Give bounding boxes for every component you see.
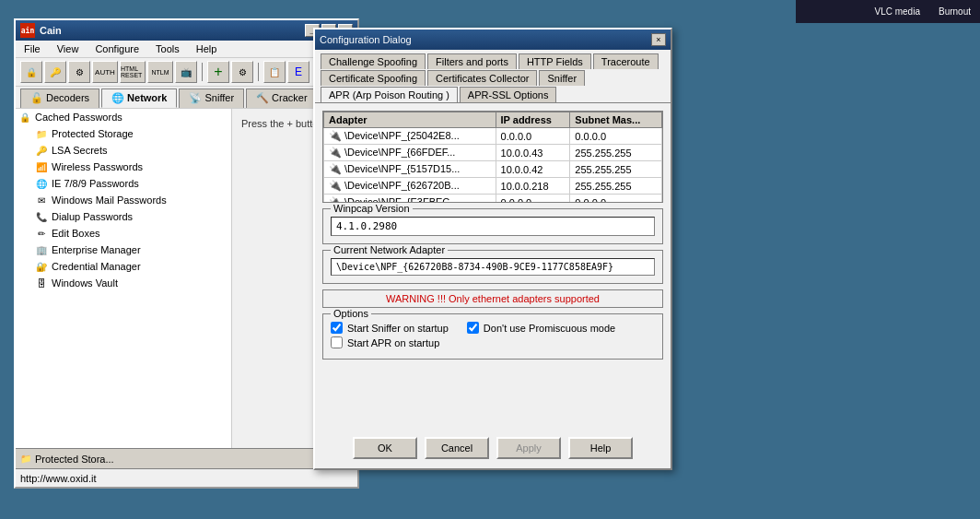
tree-item-windows-vault[interactable]: 🗄 Windows Vault [16,275,231,291]
apr-startup-label: Start APR on startup [347,337,439,348]
sniffer-startup-checkbox[interactable] [331,322,343,334]
winpcap-label: Winpcap Version [331,203,413,214]
toolbar-separator-2 [258,63,259,81]
cancel-button[interactable]: Cancel [425,437,489,459]
mail-passwords-icon: ✉ [34,193,49,207]
toolbar-btn-auth[interactable]: AUTH [92,61,118,83]
tree-item-protected-storage[interactable]: 📁 Protected Storage [16,125,231,142]
tab-apr-ssl[interactable]: APR-SSL Options [460,87,557,102]
status-url: http://www.oxid.it [20,473,97,484]
mask-cell: 0.0.0.0 [570,128,662,145]
tab-challenge-spoofing[interactable]: Challenge Spoofing [321,53,426,69]
adapter-cell: 🔌\Device\NPF_{66FDEF... [324,145,496,161]
mask-cell: 255.255.255 [570,161,662,178]
tab-traceroute[interactable]: Traceroute [593,53,659,69]
menu-bar: File View Configure Tools Help [16,41,357,58]
tab-certificate-spoofing[interactable]: Certificate Spoofing [321,70,426,86]
lsa-secrets-icon: 🔑 [34,143,49,158]
mask-col-header: Subnet Mas... [570,112,662,128]
toolbar-btn-screen[interactable]: 📺 [175,61,197,83]
tools-menu[interactable]: Tools [152,42,183,55]
warning-bar: WARNING !!! Only ethernet adapters suppo… [322,289,663,308]
status-bar: http://www.oxid.it [16,468,357,487]
tab-sniffer[interactable]: Sniffer [539,70,585,86]
tray-label: Protected Stora... [35,454,114,465]
toolbar-btn-misc[interactable]: 📋 [263,61,286,83]
config-dialog: Configuration Dialog × Challenge Spoofin… [313,28,672,470]
mask-cell: 0.0.0.0 [570,195,662,204]
tree-root-cached-passwords[interactable]: 🔒 Cached Passwords [16,109,231,125]
toolbar-btn-ntlm[interactable]: NTLM [147,61,173,83]
promiscuous-checkbox[interactable] [467,322,479,334]
ip-cell: 10.0.0.43 [496,145,570,161]
main-window: ain Cain _ □ × File View Configure Tools… [14,18,359,489]
tab-filters-ports[interactable]: Filters and ports [427,53,517,69]
table-row[interactable]: 🔌\Device\NPF_{626720B... 10.0.0.218 255.… [324,178,662,195]
tree-item-edit-boxes[interactable]: ✏ Edit Boxes [16,225,231,242]
bottom-tray: 📁 Protected Stora... [16,448,357,468]
options-group: Options Start Sniffer on startup Don't u… [322,313,663,360]
tree-item-windows-mail-passwords[interactable]: ✉ Windows Mail Passwords [16,192,231,208]
table-row[interactable]: 🔌\Device\NPF_{66FDEF... 10.0.0.43 255.25… [324,145,662,161]
apply-button[interactable]: Apply [496,437,561,459]
burnout-taskbar-item[interactable]: Burnout [939,6,971,17]
table-row[interactable]: 🔌\Device\NPF_{25042E8... 0.0.0.0 0.0.0.0 [324,128,662,145]
toolbar-btn-add[interactable]: + [207,61,229,83]
dialog-close-button[interactable]: × [651,33,666,46]
tab-certificates-collector[interactable]: Certificates Collector [427,70,537,86]
tree-item-lsa-secrets[interactable]: 🔑 LSA Secrets [16,142,231,159]
tree-item-dialup-passwords[interactable]: 📞 Dialup Passwords [16,208,231,225]
apr-startup-checkbox[interactable] [331,336,343,348]
dialup-passwords-icon: 📞 [34,209,49,224]
tab-decoders[interactable]: 🔓Decoders [20,88,99,108]
ok-button[interactable]: OK [353,437,417,459]
protected-storage-icon: 📁 [34,126,49,141]
dialog-content: Adapter IP address Subnet Mas... 🔌\Devic… [315,103,671,374]
ip-col-header: IP address [496,112,570,128]
sniffer-startup-label: Start Sniffer on startup [347,323,449,334]
windows-vault-icon: 🗄 [34,276,49,290]
app-icon: ain [20,23,35,38]
toolbar-btn-html[interactable]: HTML RESET [120,61,146,83]
configure-menu[interactable]: Configure [91,42,143,55]
tree-item-credential-manager[interactable]: 🔐 Credential Manager [16,258,231,275]
tab-http-fields[interactable]: HTTP Fields [519,53,591,69]
current-adapter-label: Current Network Adapter [331,244,448,255]
tree-item-ie-passwords[interactable]: 🌐 IE 7/8/9 Passwords [16,175,231,192]
adapter-table: Adapter IP address Subnet Mas... 🔌\Devic… [323,112,662,203]
toolbar-btn-e[interactable]: E [287,61,309,83]
help-button[interactable]: Help [568,437,633,459]
dialog-title-bar: Configuration Dialog × [315,29,671,50]
ie-passwords-icon: 🌐 [34,176,49,191]
tab-apr[interactable]: APR (Arp Poison Routing ) [321,87,458,102]
ip-cell: 0.0.0.0 [496,128,570,145]
help-menu[interactable]: Help [192,42,221,55]
toolbar-btn-2[interactable]: 🔑 [44,61,66,83]
table-row[interactable]: 🔌\Device\NPF_{5157D15... 10.0.0.42 255.2… [324,161,662,178]
adapter-cell: 🔌\Device\NPF_{5157D15... [324,161,496,178]
tree-item-wireless-passwords[interactable]: 📶 Wireless Passwords [16,159,231,175]
toolbar-btn-config[interactable]: ⚙ [231,61,253,83]
enterprise-manager-icon: 🏢 [34,242,49,257]
adapter-col-header: Adapter [324,112,496,128]
ip-cell: 10.0.0.42 [496,161,570,178]
winpcap-value: 4.1.0.2980 [331,217,655,236]
adapter-cell: 🔌\Device\NPF_{626720B... [324,178,496,195]
tray-icon: 📁 [20,454,31,464]
view-menu[interactable]: View [53,42,83,55]
tab-cracker[interactable]: 🔨Cracker [246,88,318,108]
file-menu[interactable]: File [20,42,44,55]
vlc-taskbar-item[interactable]: VLC media [875,6,920,17]
tab-sniffer[interactable]: 📡Sniffer [179,88,244,108]
adapter-table-container[interactable]: Adapter IP address Subnet Mas... 🔌\Devic… [322,111,663,203]
left-tree-panel: 🔒 Cached Passwords 📁 Protected Storage 🔑… [16,109,232,483]
mask-cell: 255.255.255 [570,178,662,195]
toolbar-btn-1[interactable]: 🔒 [20,61,42,83]
toolbar-btn-3[interactable]: ⚙ [68,61,90,83]
options-label: Options [331,308,371,319]
tab-network[interactable]: 🌐Network [101,88,177,108]
tree-item-enterprise-manager[interactable]: 🏢 Enterprise Manager [16,242,231,258]
ip-cell: 10.0.0.218 [496,178,570,195]
top-taskbar: VLC media Burnout [796,0,980,23]
table-row[interactable]: 🔌\Device\NPF_{E3FBEC... 0.0.0.0 0.0.0.0 [324,195,662,204]
